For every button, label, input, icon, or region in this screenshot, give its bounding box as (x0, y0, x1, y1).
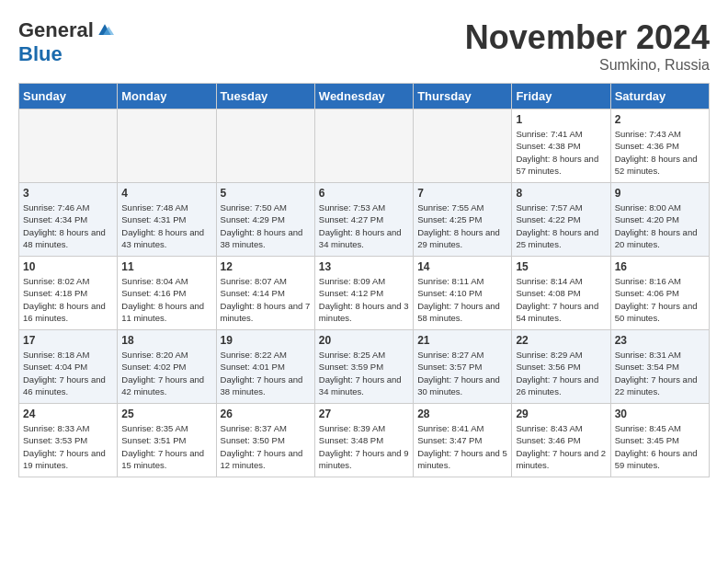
header-sunday: Sunday (19, 84, 118, 109)
day-number: 27 (319, 408, 409, 420)
day-number: 5 (221, 187, 311, 200)
header-saturday: Saturday (610, 84, 709, 109)
calendar-cell: 6Sunrise: 7:53 AM Sunset: 4:27 PM Daylig… (314, 183, 413, 257)
calendar-header-row: Sunday Monday Tuesday Wednesday Thursday… (19, 84, 710, 109)
day-info: Sunrise: 7:50 AM Sunset: 4:29 PM Dayligh… (221, 201, 311, 250)
day-info: Sunrise: 8:20 AM Sunset: 4:02 PM Dayligh… (121, 349, 211, 397)
day-info: Sunrise: 8:27 AM Sunset: 3:57 PM Dayligh… (417, 349, 507, 397)
calendar-cell: 13Sunrise: 8:09 AM Sunset: 4:12 PM Dayli… (314, 257, 413, 330)
day-number: 6 (319, 187, 409, 200)
day-info: Sunrise: 8:11 AM Sunset: 4:10 PM Dayligh… (417, 275, 507, 324)
day-info: Sunrise: 8:18 AM Sunset: 4:04 PM Dayligh… (23, 349, 113, 397)
day-info: Sunrise: 8:37 AM Sunset: 3:50 PM Dayligh… (221, 422, 311, 471)
day-number: 10 (23, 260, 113, 273)
day-number: 16 (615, 260, 705, 273)
day-number: 9 (615, 187, 705, 200)
calendar-cell: 5Sunrise: 7:50 AM Sunset: 4:29 PM Daylig… (216, 183, 314, 257)
page-header: General Blue November 2024 Sumkino, Russ… (18, 18, 710, 74)
day-number: 17 (23, 334, 113, 347)
calendar-table: Sunday Monday Tuesday Wednesday Thursday… (18, 83, 710, 477)
day-info: Sunrise: 8:29 AM Sunset: 3:56 PM Dayligh… (516, 349, 606, 397)
calendar-cell: 18Sunrise: 8:20 AM Sunset: 4:02 PM Dayli… (118, 330, 216, 404)
calendar-cell: 29Sunrise: 8:43 AM Sunset: 3:46 PM Dayli… (512, 404, 610, 477)
calendar-cell: 21Sunrise: 8:27 AM Sunset: 3:57 PM Dayli… (414, 330, 512, 404)
day-number: 18 (121, 334, 211, 347)
calendar-cell: 25Sunrise: 8:35 AM Sunset: 3:51 PM Dayli… (118, 404, 216, 477)
calendar-cell: 1Sunrise: 7:41 AM Sunset: 4:38 PM Daylig… (512, 109, 610, 183)
day-info: Sunrise: 7:43 AM Sunset: 4:36 PM Dayligh… (615, 128, 705, 177)
day-info: Sunrise: 8:35 AM Sunset: 3:51 PM Dayligh… (121, 422, 211, 471)
calendar-week-4: 17Sunrise: 8:18 AM Sunset: 4:04 PM Dayli… (19, 330, 710, 404)
location-subtitle: Sumkino, Russia (465, 57, 710, 74)
day-number: 19 (221, 334, 311, 347)
day-number: 24 (23, 408, 113, 420)
calendar-cell: 17Sunrise: 8:18 AM Sunset: 4:04 PM Dayli… (19, 330, 118, 404)
day-info: Sunrise: 8:39 AM Sunset: 3:48 PM Dayligh… (319, 422, 409, 471)
logo-icon (96, 21, 114, 40)
logo-general-text: General (18, 18, 94, 42)
day-number: 1 (516, 113, 606, 126)
calendar-cell: 4Sunrise: 7:48 AM Sunset: 4:31 PM Daylig… (118, 183, 216, 257)
calendar-cell: 12Sunrise: 8:07 AM Sunset: 4:14 PM Dayli… (216, 257, 314, 330)
calendar-cell: 24Sunrise: 8:33 AM Sunset: 3:53 PM Dayli… (19, 404, 118, 477)
day-info: Sunrise: 8:02 AM Sunset: 4:18 PM Dayligh… (23, 275, 113, 324)
calendar-cell: 26Sunrise: 8:37 AM Sunset: 3:50 PM Dayli… (216, 404, 314, 477)
calendar-week-2: 3Sunrise: 7:46 AM Sunset: 4:34 PM Daylig… (19, 183, 710, 257)
calendar-cell: 19Sunrise: 8:22 AM Sunset: 4:01 PM Dayli… (216, 330, 314, 404)
day-number: 4 (121, 187, 211, 200)
month-title: November 2024 (465, 18, 710, 57)
day-number: 15 (516, 260, 606, 273)
calendar-cell: 14Sunrise: 8:11 AM Sunset: 4:10 PM Dayli… (414, 257, 512, 330)
day-info: Sunrise: 8:43 AM Sunset: 3:46 PM Dayligh… (516, 422, 606, 471)
day-info: Sunrise: 8:41 AM Sunset: 3:47 PM Dayligh… (417, 422, 507, 471)
calendar-cell: 20Sunrise: 8:25 AM Sunset: 3:59 PM Dayli… (314, 330, 413, 404)
header-wednesday: Wednesday (314, 84, 413, 109)
day-info: Sunrise: 7:57 AM Sunset: 4:22 PM Dayligh… (516, 201, 606, 250)
day-number: 13 (319, 260, 409, 273)
day-number: 28 (417, 408, 507, 420)
day-number: 7 (417, 187, 507, 200)
calendar-cell: 8Sunrise: 7:57 AM Sunset: 4:22 PM Daylig… (512, 183, 610, 257)
day-info: Sunrise: 8:09 AM Sunset: 4:12 PM Dayligh… (319, 275, 409, 324)
title-block: November 2024 Sumkino, Russia (465, 18, 710, 74)
day-number: 25 (121, 408, 211, 420)
day-info: Sunrise: 8:00 AM Sunset: 4:20 PM Dayligh… (615, 201, 705, 250)
day-number: 12 (221, 260, 311, 273)
calendar-cell: 7Sunrise: 7:55 AM Sunset: 4:25 PM Daylig… (414, 183, 512, 257)
day-info: Sunrise: 7:53 AM Sunset: 4:27 PM Dayligh… (319, 201, 409, 250)
day-info: Sunrise: 8:45 AM Sunset: 3:45 PM Dayligh… (615, 422, 705, 471)
day-number: 30 (615, 408, 705, 420)
logo: General Blue (18, 18, 114, 66)
calendar-cell: 22Sunrise: 8:29 AM Sunset: 3:56 PM Dayli… (512, 330, 610, 404)
day-info: Sunrise: 8:04 AM Sunset: 4:16 PM Dayligh… (121, 275, 211, 324)
day-number: 11 (121, 260, 211, 273)
calendar-cell: 3Sunrise: 7:46 AM Sunset: 4:34 PM Daylig… (19, 183, 118, 257)
calendar-cell (118, 109, 216, 183)
day-number: 29 (516, 408, 606, 420)
day-info: Sunrise: 7:41 AM Sunset: 4:38 PM Dayligh… (516, 128, 606, 177)
day-number: 8 (516, 187, 606, 200)
calendar-cell (314, 109, 413, 183)
header-tuesday: Tuesday (216, 84, 314, 109)
calendar-cell: 9Sunrise: 8:00 AM Sunset: 4:20 PM Daylig… (610, 183, 709, 257)
day-number: 21 (417, 334, 507, 347)
day-info: Sunrise: 7:48 AM Sunset: 4:31 PM Dayligh… (121, 201, 211, 250)
calendar-cell (414, 109, 512, 183)
calendar-week-1: 1Sunrise: 7:41 AM Sunset: 4:38 PM Daylig… (19, 109, 710, 183)
day-number: 2 (615, 113, 705, 126)
calendar-cell: 28Sunrise: 8:41 AM Sunset: 3:47 PM Dayli… (414, 404, 512, 477)
calendar-cell: 27Sunrise: 8:39 AM Sunset: 3:48 PM Dayli… (314, 404, 413, 477)
calendar-cell (19, 109, 118, 183)
calendar-cell: 15Sunrise: 8:14 AM Sunset: 4:08 PM Dayli… (512, 257, 610, 330)
day-info: Sunrise: 8:14 AM Sunset: 4:08 PM Dayligh… (516, 275, 606, 324)
day-info: Sunrise: 7:55 AM Sunset: 4:25 PM Dayligh… (417, 201, 507, 250)
calendar-cell: 11Sunrise: 8:04 AM Sunset: 4:16 PM Dayli… (118, 257, 216, 330)
day-info: Sunrise: 7:46 AM Sunset: 4:34 PM Dayligh… (23, 201, 113, 250)
header-thursday: Thursday (414, 84, 512, 109)
calendar-cell (216, 109, 314, 183)
day-info: Sunrise: 8:33 AM Sunset: 3:53 PM Dayligh… (23, 422, 113, 471)
day-number: 22 (516, 334, 606, 347)
day-number: 14 (417, 260, 507, 273)
day-info: Sunrise: 8:16 AM Sunset: 4:06 PM Dayligh… (615, 275, 705, 324)
calendar-cell: 10Sunrise: 8:02 AM Sunset: 4:18 PM Dayli… (19, 257, 118, 330)
